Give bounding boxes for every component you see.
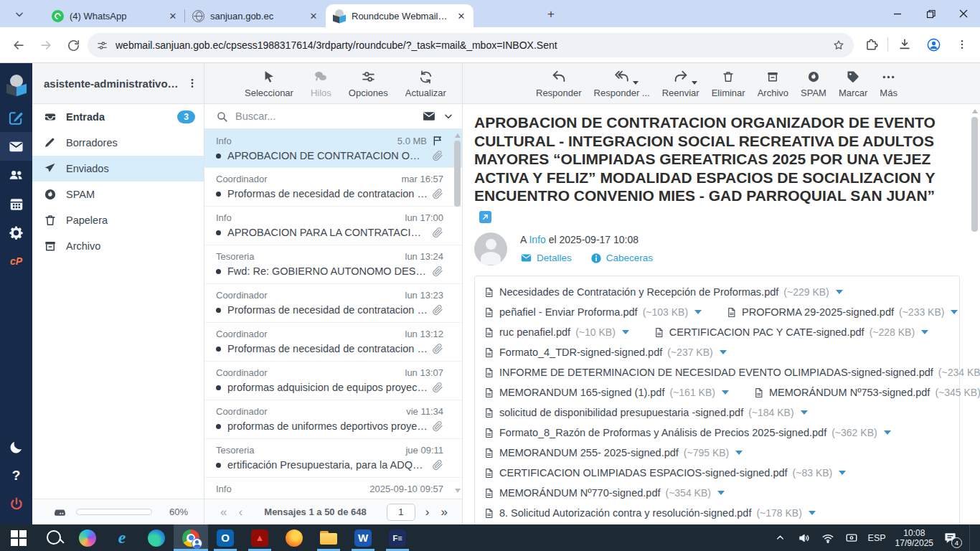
back-button[interactable] [6, 32, 32, 58]
attachment-item[interactable]: CERTIFICACION PAC Y CATE-signed.pdf(~228… [654, 326, 928, 339]
attachment-item[interactable]: Formato_4_TDR-signed-signed.pdf(~237 KB) [484, 346, 727, 359]
message-row[interactable]: Coordinadorlun 13:12Proformas de necesid… [204, 323, 462, 362]
folder-item-enviados[interactable]: Enviados [32, 156, 204, 182]
browser-tab[interactable]: sanjuan.gob.ec✕ [185, 4, 326, 27]
open-external-icon[interactable] [479, 211, 491, 223]
list-actualizar-button[interactable]: Actualizar [405, 68, 446, 98]
attachment-item[interactable]: Formato_8_Razón de Proformas y Análisis … [484, 426, 891, 440]
attachment-name[interactable]: MEMORANDUM 165-signed (1).pdf [499, 387, 664, 398]
attachment-name[interactable]: 8. Solicitud Autorización contra y resol… [499, 507, 751, 519]
taskbar-app-internet-explorer[interactable]: e [105, 524, 139, 551]
list-hilos-button[interactable]: Hilos [311, 68, 331, 98]
account-menu-kebab-icon[interactable] [187, 77, 198, 89]
taskbar-app-search[interactable] [36, 524, 70, 551]
message-row[interactable]: Infolun 17:00APROBACION PARA LA CONTRATA… [204, 207, 462, 245]
attachment-item[interactable]: MEMORÁNDUM Nº770-signed.pdf(~354 KB) [484, 486, 725, 500]
message-scrollbar[interactable] [971, 106, 979, 522]
attachment-item[interactable]: INFORME DE DETERMINACION DE NECESIDAD EV… [484, 366, 980, 380]
attachment-item[interactable]: ruc penafiel.pdf(~10 KB) [484, 326, 629, 339]
attachment-name[interactable]: ruc penafiel.pdf [499, 326, 570, 338]
attachment-item[interactable]: Necesidades de Contratación y Recepción … [484, 286, 843, 299]
message-row[interactable]: Coordinadorvie 11:34proformas de uniform… [204, 400, 462, 439]
taskbar-app-acrobat[interactable]: ▲ [242, 524, 277, 551]
attachment-name[interactable]: MEMORÁNDUM Nº753-signed.pdf [769, 387, 930, 398]
attachment-menu-caret-icon[interactable] [720, 350, 727, 354]
taskbar-app-start[interactable] [1, 524, 36, 551]
message-responder-button[interactable]: Responder ... [594, 68, 650, 98]
folder-item-entrada[interactable]: Entrada3 [32, 104, 204, 130]
message-eliminar-button[interactable]: Eliminar [712, 68, 745, 98]
taskbar-app-firmaec[interactable]: F≡ [380, 524, 415, 551]
first-page-button[interactable]: « [215, 506, 232, 518]
attachment-menu-caret-icon[interactable] [722, 390, 729, 395]
taskbar-app-firefox[interactable] [277, 524, 311, 551]
tray-chevron-up-icon[interactable] [773, 531, 788, 545]
extensions-icon[interactable] [859, 32, 883, 57]
attachment-name[interactable]: CERTIFICACION PAC Y CATE-signed.pdf [669, 326, 864, 338]
next-page-button[interactable]: › [420, 506, 435, 518]
message-row[interactable]: Info2025-09-10 09:57 [204, 478, 462, 499]
attachment-item[interactable]: MEMORÁNDUM Nº753-signed.pdf(~345 KB) [753, 386, 980, 400]
message-responder-button[interactable]: Responder [536, 68, 582, 98]
message-row[interactable]: Coordinadorlun 13:07proformas adquisicio… [204, 362, 462, 400]
message-row[interactable]: Tesoreriajue 09:11ertificación Presupues… [204, 439, 462, 478]
bookmark-star-icon[interactable] [832, 39, 845, 52]
details-button[interactable]: Detalles [520, 252, 572, 264]
message-row[interactable]: Info5.0 MBAPROBACION DE CONTRATACION ORG… [204, 129, 462, 168]
attachment-name[interactable]: solicitud de disponibilidad presupuestar… [499, 407, 743, 418]
dropdown-caret-icon[interactable] [633, 81, 639, 85]
attachment-name[interactable]: MEMORÁNDUM Nº770-signed.pdf [499, 487, 660, 499]
list-scrollbar[interactable] [453, 131, 461, 496]
attachment-name[interactable]: CERTIFICACION OLIMPIADAS ESPACIOS-signed… [499, 467, 788, 479]
taskbar-app-word[interactable]: W [346, 524, 380, 551]
wifi-icon[interactable] [821, 531, 835, 545]
tab-search-chevron-icon[interactable] [11, 6, 27, 22]
scroll-down-icon[interactable] [455, 489, 461, 493]
attachment-menu-caret-icon[interactable] [951, 310, 958, 314]
volume-icon[interactable] [797, 531, 811, 545]
last-page-button[interactable]: » [435, 506, 453, 518]
search-scope-envelope-icon[interactable] [422, 109, 436, 123]
tab-close-icon[interactable]: ✕ [455, 9, 468, 22]
attachment-menu-caret-icon[interactable] [836, 290, 843, 294]
search-input[interactable] [235, 110, 415, 122]
attachment-menu-caret-icon[interactable] [622, 330, 629, 334]
attachment-menu-caret-icon[interactable] [801, 410, 808, 415]
attachment-menu-caret-icon[interactable] [694, 310, 702, 314]
attachment-item[interactable]: MEMORANDUM 255- 2025-signed.pdf(~795 KB) [484, 446, 743, 460]
cast-monitor-icon[interactable] [844, 531, 859, 545]
scroll-up-icon[interactable] [455, 133, 461, 138]
language-indicator[interactable]: ESP [868, 533, 886, 543]
message-scrollbar-thumb[interactable] [971, 117, 978, 232]
attachment-name[interactable]: Formato_4_TDR-signed-signed.pdf [499, 347, 662, 358]
close-window-button[interactable] [947, 0, 980, 27]
attachment-item[interactable]: MEMORANDUM 165-signed (1).pdf(~161 KB) [484, 386, 729, 400]
message-más-button[interactable]: Más [880, 68, 897, 98]
list-seleccionar-button[interactable]: Seleccionar [245, 68, 293, 98]
minimize-button[interactable] [881, 0, 914, 27]
attachment-name[interactable]: PROFORMA 29-2025-signed.pdf [742, 306, 894, 318]
message-archivo-button[interactable]: Archivo [758, 68, 788, 98]
attachment-name[interactable]: MEMORANDUM 255- 2025-signed.pdf [499, 447, 679, 458]
notifications-icon[interactable]: 4 [943, 531, 957, 545]
attachment-item[interactable]: 8. Solicitud Autorización contra y resol… [484, 507, 816, 520]
url-text[interactable]: webmail.sanjuan.gob.ec/cpsess1988317614/… [116, 39, 825, 51]
darkmode-moon-icon[interactable] [0, 433, 32, 461]
attachment-menu-caret-icon[interactable] [809, 511, 816, 515]
message-row[interactable]: Coordinadormar 16:57Proformas de necesid… [204, 168, 462, 207]
attachment-menu-caret-icon[interactable] [717, 491, 725, 495]
compose-button[interactable] [0, 103, 32, 132]
tab-close-icon[interactable]: ✕ [307, 9, 320, 22]
taskbar-app-outlook[interactable]: O [208, 524, 242, 551]
attachment-item[interactable]: CERTIFICACION OLIMPIADAS ESPACIOS-signed… [484, 466, 846, 480]
taskbar-app-copilot[interactable] [70, 524, 105, 551]
browser-tab-active[interactable]: Roundcube Webmail :: Enviados✕ [326, 4, 473, 27]
message-marcar-button[interactable]: Marcar [839, 68, 867, 98]
attachment-name[interactable]: Necesidades de Contratación y Recepción … [499, 286, 778, 298]
show-desktop-button[interactable] [969, 524, 971, 551]
search-options-chevron-icon[interactable] [443, 111, 453, 121]
page-number-input[interactable]: 1 [387, 504, 415, 521]
help-button[interactable]: ? [0, 461, 32, 490]
contacts-button[interactable] [0, 161, 32, 189]
attachment-menu-caret-icon[interactable] [839, 471, 846, 475]
